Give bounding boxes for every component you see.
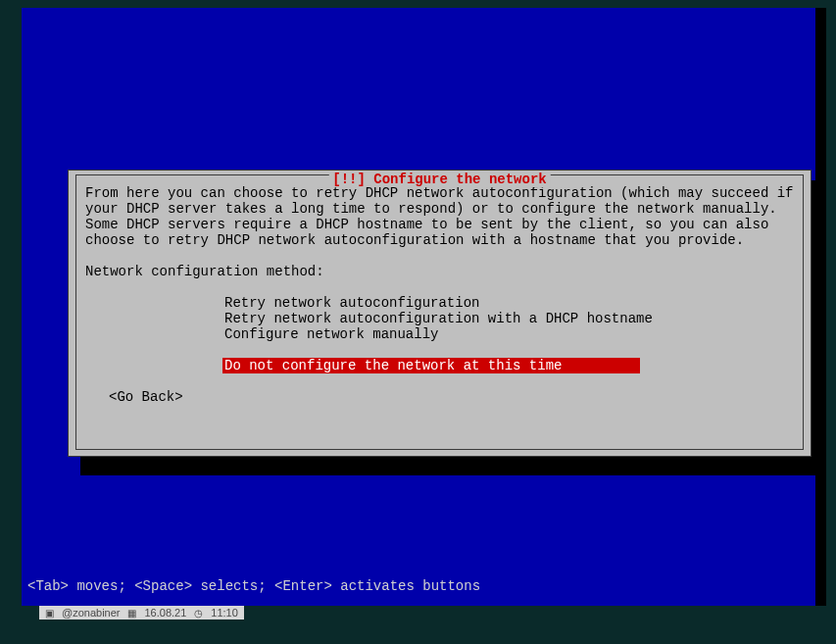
option-manual[interactable]: Configure network manually — [222, 326, 440, 342]
dialog-box: [!!] Configure the network From here you… — [68, 170, 811, 457]
option-retry-autoconfig[interactable]: Retry network autoconfiguration — [222, 295, 481, 311]
status-user: @zonabiner — [62, 607, 120, 619]
camera-icon: ▣ — [45, 608, 54, 619]
dialog-title: [!!] Configure the network — [328, 172, 550, 187]
dialog-description: From here you can choose to retry DHCP n… — [85, 185, 794, 248]
go-back-button[interactable]: <Go Back> — [109, 389, 794, 405]
option-retry-hostname[interactable]: Retry network autoconfiguration with a D… — [222, 311, 655, 326]
clock-icon: ◷ — [194, 608, 203, 619]
calendar-icon: ▦ — [127, 608, 136, 619]
option-list: Retry network autoconfiguration Retry ne… — [222, 295, 794, 373]
installer-screen: [!!] Configure the network From here you… — [22, 8, 815, 606]
footer-hint: <Tab> moves; <Space> selects; <Enter> ac… — [27, 578, 480, 594]
status-bar: ▣ @zonabiner ▦ 16.08.21 ◷ 11:10 — [39, 606, 244, 619]
dialog-prompt: Network configuration method: — [85, 264, 794, 279]
option-do-not-configure[interactable]: Do not configure the network at this tim… — [222, 358, 640, 373]
status-time: 11:10 — [211, 607, 238, 619]
dialog-inner: [!!] Configure the network From here you… — [75, 174, 804, 450]
screen-shadow — [815, 8, 826, 606]
status-date: 16.08.21 — [144, 607, 186, 619]
